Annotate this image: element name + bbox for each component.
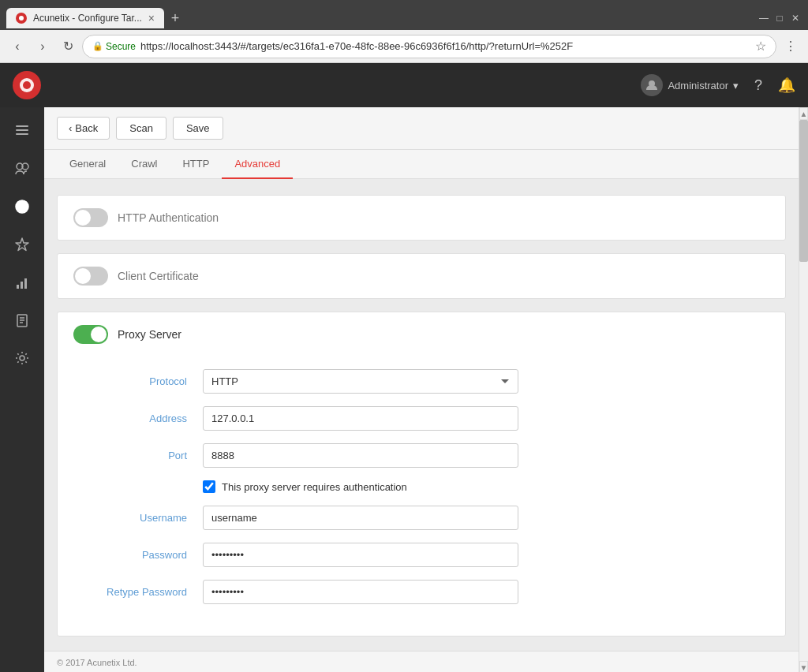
forward-nav-button[interactable]: › [32,35,54,58]
lock-icon: 🔒 [92,41,103,51]
proxy-server-header: Proxy Server [58,312,785,357]
address-input[interactable] [203,406,518,431]
browser-titlebar: Acunetix - Configure Tar... × + — □ ✕ [0,0,808,30]
svg-rect-12 [24,278,27,289]
back-nav-button[interactable]: ‹ [6,35,28,58]
browser-tab[interactable]: Acunetix - Configure Tar... × [6,8,164,28]
port-label: Port [77,450,203,461]
header-right: Administrator ▾ ? 🔔 [641,74,795,96]
save-label: Save [186,122,210,134]
content-area: ‹ Back Scan Save General [44,107,799,672]
browser-menu-button[interactable]: ⋮ [780,35,802,58]
tab-advanced[interactable]: Advanced [222,150,293,179]
back-chevron-icon: ‹ [69,122,72,134]
refresh-button[interactable]: ↻ [57,35,79,58]
username-input[interactable] [203,506,518,530]
footer-copyright: © 2017 Acunetix Ltd. [57,658,137,667]
sidebar-item-notes[interactable] [5,303,39,338]
retype-password-row: Retype Password [77,580,766,604]
http-auth-section: HTTP Authentication [57,195,786,241]
notifications-button[interactable]: 🔔 [778,77,795,94]
svg-rect-3 [16,125,28,127]
retype-password-label: Retype Password [77,586,203,598]
sidebar-item-reports[interactable] [5,265,39,300]
scrollbar-down-arrow[interactable]: ▼ [799,661,808,672]
sidebar-item-scans[interactable] [5,189,39,224]
address-row: Address [77,406,766,431]
app-header: Administrator ▾ ? 🔔 [0,63,808,107]
scrollbar-thumb[interactable] [799,120,808,262]
sidebar-item-dashboard[interactable] [5,114,39,148]
svg-point-1 [23,81,31,89]
username-row: Username [77,506,766,530]
sidebar-item-targets[interactable] [5,151,39,186]
svg-rect-10 [17,285,19,289]
right-scrollbar[interactable]: ▲ ▼ [799,107,808,672]
footer: © 2017 Acunetix Ltd. [44,651,799,672]
client-cert-header: Client Certificate [58,254,785,298]
auth-required-checkbox[interactable] [203,480,215,493]
address-label: Address [77,413,203,424]
admin-avatar [641,74,663,96]
http-auth-header: HTTP Authentication [58,196,785,240]
protocol-row: Protocol HTTP HTTPS SOCKS4 SOCKS5 [77,369,766,394]
tab-general[interactable]: General [57,150,118,179]
app-body: ‹ Back Scan Save General [0,107,808,672]
tab-title: Acunetix - Configure Tar... [33,13,142,24]
admin-label: Administrator [668,80,728,91]
scrollbar-up-arrow[interactable]: ▲ [799,107,808,120]
main-content: HTTP Authentication Client Certificate [44,179,799,651]
logo-icon [18,77,36,94]
minimize-button[interactable]: — [758,12,770,24]
protocol-select[interactable]: HTTP HTTPS SOCKS4 SOCKS5 [203,369,518,394]
secure-label: Secure [106,41,136,52]
username-label: Username [77,512,203,524]
address-bar[interactable]: 🔒 Secure https://localhost:3443/#/target… [82,35,776,58]
bookmark-icon[interactable]: ☆ [755,39,766,54]
svg-rect-4 [16,129,28,131]
maximize-button[interactable]: □ [773,12,786,24]
new-tab-button[interactable]: + [164,7,186,29]
client-cert-toggle[interactable] [73,267,108,286]
close-window-button[interactable]: ✕ [789,12,802,24]
url-text[interactable]: https://localhost:3443/#/targets/ec316fa… [140,40,750,52]
svg-point-9 [20,204,24,209]
proxy-server-slider [73,325,108,344]
tabs-bar: General Crawl HTTP Advanced [44,150,799,179]
sidebar-item-settings[interactable] [5,341,39,375]
back-label: Back [75,122,98,134]
proxy-server-section: Proxy Server Protocol HTTP HTTPS SOCKS4 [57,312,786,637]
proxy-server-toggle[interactable] [73,325,108,344]
app-logo [13,71,41,99]
tab-crawl[interactable]: Crawl [118,150,170,179]
window-controls: — □ ✕ [758,12,802,24]
tab-favicon [16,13,27,24]
scan-button[interactable]: Scan [116,117,166,140]
tab-close-btn[interactable]: × [148,13,155,24]
toolbar-actions: ⋮ [780,35,802,58]
sidebar-item-vulnerabilities[interactable] [5,227,39,262]
auth-checkbox-row: This proxy server requires authenticatio… [203,480,766,493]
http-auth-title: HTTP Authentication [118,211,219,224]
help-button[interactable]: ? [754,77,762,94]
http-auth-slider [73,208,108,227]
proxy-content: Protocol HTTP HTTPS SOCKS4 SOCKS5 [58,357,785,636]
password-row: Password [77,543,766,567]
back-button[interactable]: ‹ Back [57,117,110,140]
proxy-server-title: Proxy Server [118,328,181,341]
admin-menu-button[interactable]: Administrator ▾ [641,74,739,96]
tab-http[interactable]: HTTP [170,150,222,179]
port-input[interactable] [203,443,518,468]
browser-toolbar: ‹ › ↻ 🔒 Secure https://localhost:3443/#/… [0,30,808,63]
client-cert-slider [73,267,108,286]
save-button[interactable]: Save [173,117,223,140]
svg-rect-5 [16,133,28,135]
protocol-label: Protocol [77,375,203,387]
http-auth-toggle[interactable] [73,208,108,227]
scan-label: Scan [129,122,153,134]
retype-password-input[interactable] [203,580,518,604]
svg-rect-11 [21,282,23,289]
auth-checkbox-label: This proxy server requires authenticatio… [222,481,407,493]
password-input[interactable] [203,543,518,567]
client-cert-title: Client Certificate [118,270,199,282]
